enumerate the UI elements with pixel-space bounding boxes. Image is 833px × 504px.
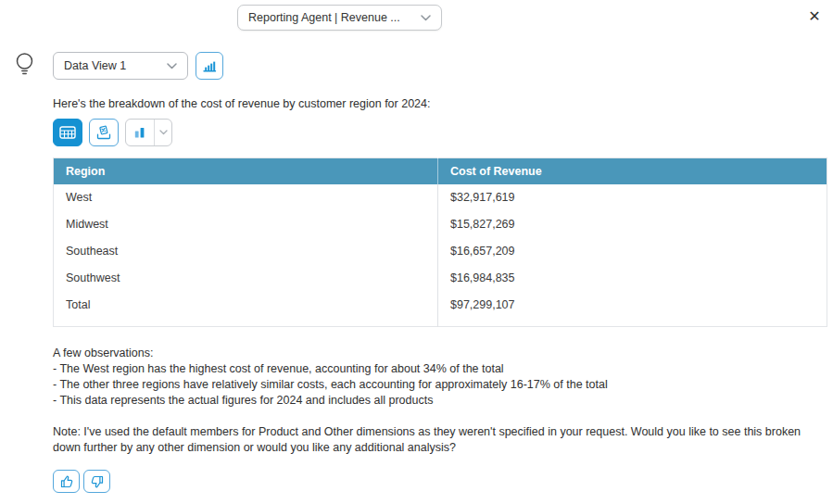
- data-view-label: Data View 1: [64, 59, 126, 72]
- export-excel-button[interactable]: [89, 119, 119, 146]
- agent-selector-label: Reporting Agent | Revenue ...: [248, 11, 400, 24]
- cell-region: Southeast: [54, 238, 438, 265]
- thumbs-down-button[interactable]: [83, 470, 110, 493]
- table-row[interactable]: Southwest $16,984,835: [54, 265, 827, 292]
- lightbulb-icon: [12, 51, 37, 79]
- intro-text: Here's the breakdown of the cost of reve…: [53, 96, 827, 111]
- cell-cost: $32,917,619: [438, 184, 827, 211]
- cell-cost: $16,984,835: [438, 265, 827, 292]
- cost-of-revenue-table: Region Cost of Revenue West $32,917,619 …: [53, 158, 827, 327]
- table-row[interactable]: Total $97,299,107: [54, 292, 827, 319]
- table-row[interactable]: West $32,917,619: [54, 184, 827, 211]
- chevron-down-icon: [167, 63, 177, 69]
- observation-item: - The other three regions have relativel…: [53, 377, 827, 393]
- agent-selector-dropdown[interactable]: Reporting Agent | Revenue ...: [237, 5, 442, 31]
- cell-region: Southwest: [54, 265, 438, 292]
- bar-chart-icon: [202, 58, 217, 73]
- table-view-button[interactable]: [53, 119, 82, 146]
- export-excel-icon: [95, 125, 112, 140]
- cell-region: West: [54, 184, 438, 211]
- chart-type-split-button: [125, 119, 172, 146]
- column-header-cost[interactable]: Cost of Revenue: [438, 158, 827, 184]
- cell-cost: $97,299,107: [438, 292, 827, 319]
- chart-type-button[interactable]: [126, 120, 154, 145]
- thumbs-up-icon: [59, 474, 74, 489]
- observations-title: A few observations:: [53, 346, 827, 361]
- message-panel: Data View 1 Here's the breakdown of the …: [53, 52, 827, 493]
- table-header-row: Region Cost of Revenue: [54, 158, 827, 184]
- table-grid-icon: [59, 126, 76, 139]
- table-row[interactable]: Southeast $16,657,209: [54, 238, 827, 265]
- bar-chart-small-icon: [133, 126, 147, 139]
- feedback-buttons: [53, 470, 827, 493]
- table-row[interactable]: Midwest $15,827,269: [54, 211, 827, 238]
- open-chart-button[interactable]: [196, 52, 223, 80]
- cell-region: Total: [54, 292, 438, 319]
- chart-type-caret-button[interactable]: [154, 120, 171, 145]
- view-controls: Data View 1: [53, 52, 827, 80]
- result-toolbar: [53, 119, 827, 146]
- observation-item: - This data represents the actual figure…: [53, 393, 827, 409]
- cell-region: Midwest: [54, 211, 438, 238]
- chevron-down-icon: [421, 15, 431, 21]
- chevron-down-icon: [159, 130, 168, 135]
- note-text: Note: I've used the default members for …: [53, 424, 814, 456]
- close-button[interactable]: ✕: [804, 6, 825, 26]
- assistant-avatar: [12, 51, 37, 79]
- cell-cost: $15,827,269: [438, 211, 827, 238]
- observations-block: A few observations: - The West region ha…: [53, 346, 827, 409]
- close-icon: ✕: [808, 7, 820, 25]
- table-spacer-row: [54, 319, 827, 327]
- column-header-region[interactable]: Region: [54, 158, 438, 184]
- thumbs-up-button[interactable]: [53, 470, 80, 493]
- cell-cost: $16,657,209: [438, 238, 827, 265]
- data-view-dropdown[interactable]: Data View 1: [53, 52, 188, 80]
- thumbs-down-icon: [90, 474, 105, 489]
- observation-item: - The West region has the highest cost o…: [53, 361, 827, 377]
